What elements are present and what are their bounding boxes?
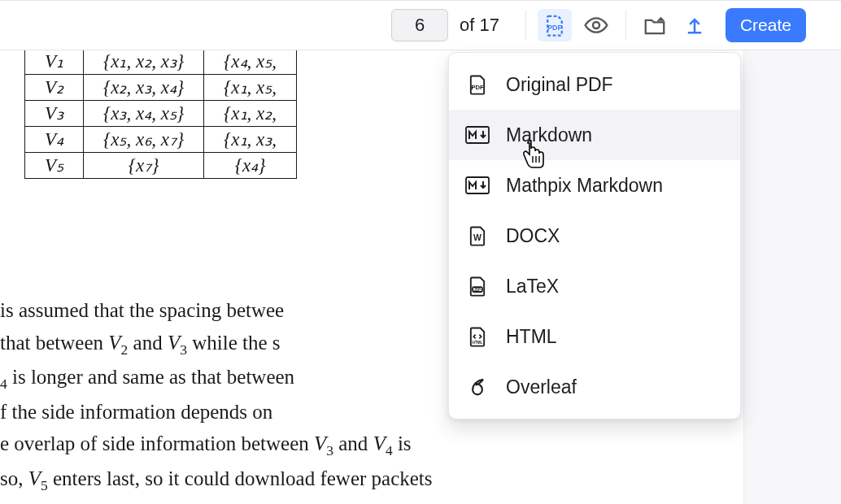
data-table: V₁{x₁, x₂, x₃}{x₄, x₅,V₂{x₂, x₃, x₄}{x₁,…: [24, 50, 297, 179]
page-number-input[interactable]: [391, 9, 448, 41]
original-pdf-icon: PDF: [465, 72, 490, 97]
table-cell: V₁: [25, 50, 84, 75]
export-option-docx[interactable]: WDOCX: [449, 211, 740, 261]
create-button[interactable]: Create: [726, 8, 806, 42]
export-option-mathpix-markdown[interactable]: Mathpix Markdown: [449, 160, 740, 211]
sidebar-background: [743, 50, 841, 504]
table-cell: {x₁, x₅,: [204, 75, 297, 101]
table-cell: V₃: [25, 101, 84, 127]
table-cell: V₅: [25, 153, 84, 179]
markdown-icon: [465, 123, 490, 147]
latex-icon: ZIP: [465, 274, 490, 298]
separator: [625, 11, 626, 40]
export-option-overleaf[interactable]: Overleaf: [449, 362, 740, 412]
view-pdf-button[interactable]: PDF: [538, 9, 572, 41]
table-cell: {x₁, x₂,: [204, 101, 297, 127]
table-cell: {x₁, x₃,: [204, 127, 297, 153]
svg-text:W: W: [473, 232, 482, 242]
table-cell: {x₄}: [204, 153, 297, 179]
toolbar: of 17 PDF: [0, 0, 841, 50]
table-cell: V₄: [25, 127, 84, 153]
svg-text:PDF: PDF: [471, 84, 484, 91]
export-dropdown: PDFOriginal PDFMarkdownMathpix MarkdownW…: [448, 52, 741, 419]
table-cell: {x₇}: [84, 153, 204, 179]
separator: [525, 11, 526, 40]
table-row: V₄{x₅, x₆, x₇}{x₁, x₃,: [25, 127, 297, 153]
pdf-doc-icon: PDF: [543, 13, 567, 37]
export-option-label: HTML: [506, 326, 557, 348]
table-row: V₁{x₁, x₂, x₃}{x₄, x₅,: [25, 50, 297, 75]
folder-open-button[interactable]: [638, 9, 672, 41]
docx-icon: W: [465, 224, 490, 248]
html-icon: HTML: [465, 324, 490, 349]
table-cell: {x₄, x₅,: [204, 50, 297, 75]
table-cell: {x₅, x₆, x₇}: [84, 127, 204, 153]
svg-text:HTML: HTML: [473, 341, 483, 345]
folder-arrow-icon: [643, 13, 667, 37]
svg-text:ZIP: ZIP: [474, 287, 482, 292]
table-cell: {x₁, x₂, x₃}: [84, 50, 204, 75]
mathpix-markdown-icon: [465, 173, 490, 198]
table-cell: V₂: [25, 75, 84, 101]
table-row: V₅{x₇}{x₄}: [25, 153, 297, 179]
export-option-markdown[interactable]: Markdown: [449, 110, 740, 160]
export-option-label: Mathpix Markdown: [506, 175, 663, 197]
export-option-label: Markdown: [506, 124, 592, 146]
table-row: V₃{x₃, x₄, x₅}{x₁, x₂,: [25, 101, 297, 127]
export-option-html[interactable]: HTMLHTML: [449, 311, 740, 362]
export-option-label: LaTeX: [506, 276, 559, 298]
page-count-label: of 17: [460, 15, 499, 36]
svg-point-1: [593, 22, 599, 28]
export-option-label: DOCX: [506, 225, 560, 247]
view-eye-button[interactable]: [578, 9, 614, 41]
table-cell: {x₂, x₃, x₄}: [84, 75, 204, 101]
overleaf-icon: [465, 375, 490, 399]
export-option-label: Original PDF: [506, 74, 613, 96]
export-option-latex[interactable]: ZIPLaTeX: [449, 261, 740, 311]
upload-arrow-icon: [683, 14, 706, 37]
table-cell: {x₃, x₄, x₅}: [84, 101, 204, 127]
svg-text:PDF: PDF: [547, 24, 562, 32]
table-row: V₂{x₂, x₃, x₄}{x₁, x₅,: [25, 75, 297, 101]
export-option-label: Overleaf: [506, 376, 577, 398]
export-option-original-pdf[interactable]: PDFOriginal PDF: [449, 59, 740, 110]
eye-icon: [583, 12, 609, 38]
upload-button[interactable]: [678, 9, 711, 41]
